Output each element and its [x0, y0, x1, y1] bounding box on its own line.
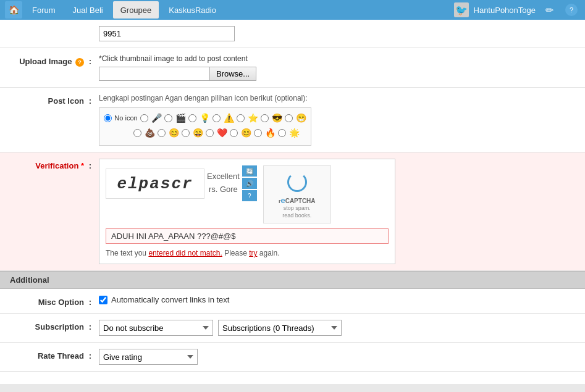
username-label: HantuPohonToge: [474, 6, 536, 15]
icon-radio-warning[interactable]: [213, 114, 221, 122]
misc-option-label: Misc Option :: [12, 295, 99, 307]
number-content: [99, 26, 573, 41]
convert-links-checkbox[interactable]: [99, 296, 107, 304]
avatar: 🐦: [454, 2, 469, 17]
home-button[interactable]: 🏠: [5, 1, 22, 19]
icon-radio-fire[interactable]: [254, 129, 262, 137]
icon-radio-bulb[interactable]: [188, 114, 196, 122]
additional-section-header: Additional: [0, 271, 585, 289]
captcha-subtext: Excellent rs. Gore: [207, 170, 240, 196]
icon-radio-film[interactable]: [164, 114, 172, 122]
icon-radio-star[interactable]: [237, 114, 245, 122]
misc-checkbox: Automatically convert links in text: [99, 295, 573, 304]
laugh-icon: 😄: [191, 127, 204, 139]
topnav-right-area: 🐦 HantuPohonToge ✏ ?: [454, 1, 580, 19]
icon-radio-mic[interactable]: [140, 114, 148, 122]
subscribe-select[interactable]: Do not subscribe Subscribe Subscribe (em…: [99, 320, 213, 336]
heart-icon: ❤️: [216, 127, 228, 139]
icon-grid: No icon 🎤 🎬 💡 ⚠️ ⭐ 😎: [99, 107, 311, 146]
upload-image-row: Upload Image ? : *Click thumbnail image …: [0, 48, 585, 88]
edit-button[interactable]: ✏: [541, 1, 558, 19]
verification-label: Verification * :: [12, 159, 99, 170]
rate-thread-label: Rate Thread :: [12, 349, 99, 361]
icon-row-2: 💩 😊 😄 ❤️ 😊 🔥 🌟: [103, 127, 307, 139]
upload-row: Browse...: [99, 67, 573, 81]
post-icon-label: Post Icon :: [12, 94, 99, 106]
tab-jualbeli[interactable]: Jual Beli: [65, 1, 111, 19]
number-row: [0, 20, 585, 48]
upload-image-content: *Click thumbnail image to add to post co…: [99, 54, 573, 81]
fire-icon: 🔥: [264, 127, 276, 139]
icon-row-1: No icon 🎤 🎬 💡 ⚠️ ⭐ 😎: [103, 112, 307, 124]
icon-radio-cool[interactable]: [261, 114, 269, 122]
tab-forum[interactable]: Forum: [25, 1, 63, 19]
no-icon-label: No icon: [114, 112, 138, 124]
upload-hint: *Click thumbnail image to add to post co…: [99, 54, 573, 63]
verification-top: elpascr Excellent rs. Gore 🔄 🔊 ?: [106, 165, 389, 223]
upload-image-label: Upload Image ? :: [12, 54, 99, 67]
warning-icon: ⚠️: [222, 112, 235, 124]
captcha-left: elpascr Excellent rs. Gore 🔄 🔊 ?: [106, 165, 257, 201]
post-icon-content: Lengkapi postingan Agan dengan pilihan i…: [99, 94, 573, 146]
recaptcha-spinner: [287, 172, 307, 192]
subscription-label: Subscription :: [12, 320, 99, 332]
rate-row: Give rating 1 - Terrible 2 - Bad 3 - Ave…: [99, 349, 573, 365]
number-label: [12, 26, 99, 28]
post-icon-row: Post Icon : Lengkapi postingan Agan deng…: [0, 88, 585, 152]
captcha-audio-button[interactable]: 🔊: [242, 178, 257, 189]
rate-thread-content: Give rating 1 - Terrible 2 - Bad 3 - Ave…: [99, 349, 573, 365]
smile-icon: 😊: [167, 127, 180, 139]
icon-radio-heart[interactable]: [206, 129, 214, 137]
verification-row: Verification * : elpascr: [0, 152, 585, 271]
home-icon: 🏠: [9, 5, 19, 15]
star2-icon: 🌟: [288, 127, 300, 139]
icon-radio-star2[interactable]: [278, 129, 286, 137]
tab-kaskusradio[interactable]: KaskusRadio: [161, 1, 224, 19]
blush-icon: 😊: [240, 127, 252, 139]
captcha-error: The text you entered did not match. Plea…: [106, 249, 389, 257]
subscription-dropdowns: Do not subscribe Subscribe Subscribe (em…: [99, 320, 573, 336]
icon-radio-laugh[interactable]: [182, 129, 190, 137]
poop-icon: 💩: [143, 127, 156, 139]
upload-info-icon[interactable]: ?: [75, 58, 84, 67]
subscriptions-select[interactable]: Subscriptions (0 Threads): [218, 320, 342, 336]
misc-option-content: Automatically convert links in text: [99, 295, 573, 304]
subscription-content: Do not subscribe Subscribe Subscribe (em…: [99, 320, 573, 336]
tab-groupee[interactable]: Groupee: [113, 1, 159, 19]
bottom-padding: [0, 372, 585, 384]
icon-radio-poop[interactable]: [133, 129, 141, 137]
star-icon: ⭐: [246, 112, 259, 124]
verification-content: elpascr Excellent rs. Gore 🔄 🔊 ?: [99, 159, 573, 264]
bulb-icon: 💡: [198, 112, 211, 124]
top-navigation: 🏠 Forum Jual Beli Groupee KaskusRadio 🐦 …: [0, 0, 585, 20]
rate-thread-select[interactable]: Give rating 1 - Terrible 2 - Bad 3 - Ave…: [99, 349, 198, 365]
captcha-refresh-button[interactable]: 🔄: [242, 165, 257, 177]
number-input[interactable]: [99, 26, 235, 41]
subscription-row: Subscription : Do not subscribe Subscrib…: [0, 314, 585, 343]
icon-radio-noicon[interactable]: [104, 114, 112, 122]
help-icon: ?: [565, 4, 578, 16]
captcha-input[interactable]: [106, 228, 389, 244]
captcha-help-button[interactable]: ?: [242, 190, 257, 201]
icon-radio-smile[interactable]: [158, 129, 166, 137]
icon-radio-blush[interactable]: [230, 129, 238, 137]
misc-option-row: Misc Option : Automatically convert link…: [0, 289, 585, 314]
recaptcha-widget: reCAPTCHA stop spam. read books.: [263, 165, 331, 223]
stop-spam-text: stop spam. read books.: [282, 205, 311, 219]
captcha-image: elpascr: [106, 169, 204, 199]
mic-icon: 🎤: [150, 112, 162, 124]
film-icon: 🎬: [174, 112, 187, 124]
upload-file-input[interactable]: [99, 67, 210, 81]
grin-icon: 😁: [295, 112, 307, 124]
additional-section: Misc Option : Automatically convert link…: [0, 289, 585, 384]
icon-radio-grin[interactable]: [285, 114, 293, 122]
main-content: Upload Image ? : *Click thumbnail image …: [0, 20, 585, 384]
post-icon-hint: Lengkapi postingan Agan dengan pilihan i…: [99, 94, 573, 102]
help-button[interactable]: ?: [563, 1, 580, 19]
browse-button[interactable]: Browse...: [210, 67, 256, 81]
captcha-image-row: elpascr Excellent rs. Gore 🔄 🔊 ?: [106, 165, 257, 201]
cool-icon: 😎: [271, 112, 283, 124]
rate-thread-row: Rate Thread : Give rating 1 - Terrible 2…: [0, 343, 585, 372]
verification-box: elpascr Excellent rs. Gore 🔄 🔊 ?: [99, 159, 395, 264]
edit-icon: ✏: [545, 4, 553, 16]
